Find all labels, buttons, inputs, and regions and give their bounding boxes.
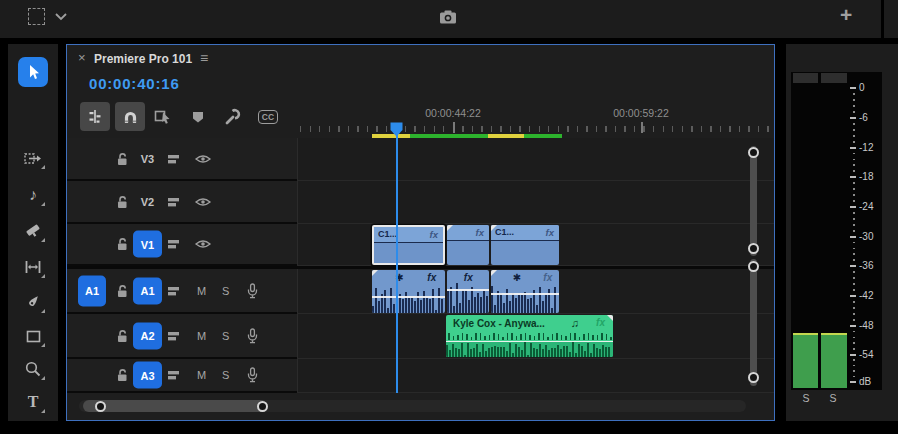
clip-notch — [607, 315, 613, 321]
meter-solo-right[interactable]: S — [825, 392, 841, 404]
track-content-a2[interactable]: Kyle Cox - Anywa... ♫ fx — [297, 314, 774, 359]
track-target-a2[interactable]: A2 — [133, 322, 162, 349]
track-target-v2[interactable]: V2 — [133, 188, 162, 215]
sync-lock-icon[interactable] — [167, 196, 181, 208]
track-target-a3[interactable]: A3 — [133, 362, 162, 389]
mute-button[interactable]: M — [197, 330, 206, 342]
rectangle-tool[interactable] — [18, 322, 48, 350]
audio-zoom-handle-top[interactable] — [748, 261, 759, 272]
mute-button[interactable]: M — [197, 285, 206, 297]
effects-star-badge: ✱ — [513, 272, 521, 283]
mic-icon[interactable] — [246, 283, 259, 299]
remix-tool[interactable]: ♪ — [18, 181, 48, 209]
track-content-a3[interactable] — [297, 359, 774, 393]
add-plus-icon[interactable]: + — [840, 3, 852, 27]
timeline-settings-button[interactable] — [217, 102, 247, 131]
mic-icon[interactable] — [246, 367, 259, 383]
lock-icon[interactable] — [115, 328, 129, 343]
zoom-handle-right[interactable] — [257, 401, 268, 412]
linked-selection-button[interactable] — [149, 102, 179, 131]
lock-icon[interactable] — [115, 283, 129, 298]
lock-icon[interactable] — [115, 194, 129, 209]
playhead-line[interactable] — [396, 129, 398, 393]
volume-rubber-band[interactable] — [447, 289, 489, 291]
eye-icon[interactable] — [195, 239, 211, 250]
audio-track-zoom-bar[interactable] — [750, 259, 757, 386]
fx-badge[interactable]: fx — [476, 227, 484, 238]
lock-icon[interactable] — [115, 237, 129, 252]
video-track-zoom-bar[interactable] — [750, 146, 757, 256]
playhead-timecode[interactable]: 00:00:40:16 — [89, 75, 180, 92]
eye-icon[interactable] — [195, 196, 211, 207]
music-clip[interactable]: Kyle Cox - Anywa... ♫ fx — [446, 315, 613, 357]
selection-mode-icon[interactable] — [28, 8, 45, 25]
zoom-tool[interactable] — [18, 355, 48, 383]
playhead-handle[interactable] — [390, 122, 403, 138]
captions-button[interactable]: CC — [253, 102, 283, 131]
timeline-tab-bar: × Premiere Pro 101 ≡ — [67, 45, 774, 73]
solo-button[interactable]: S — [222, 330, 229, 342]
volume-rubber-band[interactable] — [491, 293, 559, 295]
fx-badge[interactable]: fx — [427, 272, 436, 283]
horizontal-scrollbar-thumb[interactable] — [83, 400, 267, 412]
audio-clip[interactable]: ✱ fx — [491, 270, 559, 313]
sync-lock-icon[interactable] — [167, 153, 181, 165]
mic-icon[interactable] — [246, 328, 259, 344]
solo-button[interactable]: S — [222, 285, 229, 297]
magnet-icon — [122, 109, 139, 125]
track-target-v3[interactable]: V3 — [133, 145, 162, 172]
fx-badge[interactable]: fx — [596, 317, 605, 328]
audio-clip[interactable]: ✱ fx — [372, 270, 445, 313]
video-zoom-handle-top[interactable] — [748, 147, 759, 158]
source-patch-a1[interactable]: A1 — [78, 275, 106, 306]
tab-sequence-title[interactable]: Premiere Pro 101 — [94, 52, 192, 66]
add-marker-button[interactable] — [183, 102, 213, 131]
track-select-forward-tool[interactable] — [18, 144, 48, 172]
chevron-down-icon[interactable] — [55, 13, 67, 21]
track-target-v1[interactable]: V1 — [133, 231, 162, 258]
fx-badge[interactable]: fx — [430, 229, 438, 240]
video-clip[interactable]: fx — [447, 225, 489, 265]
track-content-v1[interactable]: C1... fx fx C1... fx — [297, 224, 774, 266]
video-clip[interactable]: C1... fx — [372, 225, 445, 265]
panel-menu-icon[interactable]: ≡ — [200, 50, 208, 66]
sync-lock-icon[interactable] — [167, 285, 181, 297]
fx-badge[interactable]: fx — [546, 227, 554, 238]
volume-rubber-band[interactable] — [372, 296, 445, 298]
eye-icon[interactable] — [195, 153, 211, 164]
music-note-icon: ♫ — [571, 317, 579, 329]
meter-solo-left[interactable]: S — [798, 392, 814, 404]
pen-tool[interactable] — [18, 288, 48, 316]
sync-lock-icon[interactable] — [167, 369, 181, 381]
wrench-icon — [223, 108, 242, 126]
nest-insert-toggle-button[interactable] — [80, 102, 110, 131]
sync-lock-icon[interactable] — [167, 330, 181, 342]
track-content-v2[interactable] — [297, 181, 774, 224]
remix-note-glyph: ♪ — [29, 186, 37, 204]
clip-label: Kyle Cox - Anywa... — [453, 318, 545, 329]
audio-zoom-handle-bottom[interactable] — [748, 372, 759, 383]
razor-tool[interactable] — [18, 217, 48, 245]
snap-toggle-button[interactable] — [115, 102, 145, 131]
meter-scale-label: 0 — [859, 82, 865, 93]
selection-tool[interactable] — [18, 57, 48, 87]
slip-tool[interactable] — [18, 253, 48, 281]
type-tool[interactable]: T — [18, 388, 48, 416]
track-content-v3[interactable] — [297, 138, 774, 181]
fx-badge[interactable]: fx — [543, 272, 552, 283]
track-content-a1[interactable]: ✱ fx fx ✱ fx — [297, 269, 774, 314]
track-target-a1[interactable]: A1 — [133, 277, 162, 304]
zoom-handle-left[interactable] — [95, 401, 106, 412]
solo-button[interactable]: S — [222, 369, 229, 381]
mute-button[interactable]: M — [197, 369, 206, 381]
lock-icon[interactable] — [115, 151, 129, 166]
video-clip[interactable]: C1... fx — [491, 225, 559, 265]
tools-panel: ♪ — [8, 44, 58, 421]
camera-icon[interactable] — [439, 9, 457, 25]
video-zoom-handle-bottom[interactable] — [748, 243, 759, 254]
close-icon[interactable]: × — [78, 50, 86, 65]
fx-badge[interactable]: fx — [464, 272, 473, 283]
audio-clip[interactable]: fx — [447, 270, 489, 313]
sync-lock-icon[interactable] — [167, 238, 181, 250]
lock-icon[interactable] — [115, 368, 129, 383]
